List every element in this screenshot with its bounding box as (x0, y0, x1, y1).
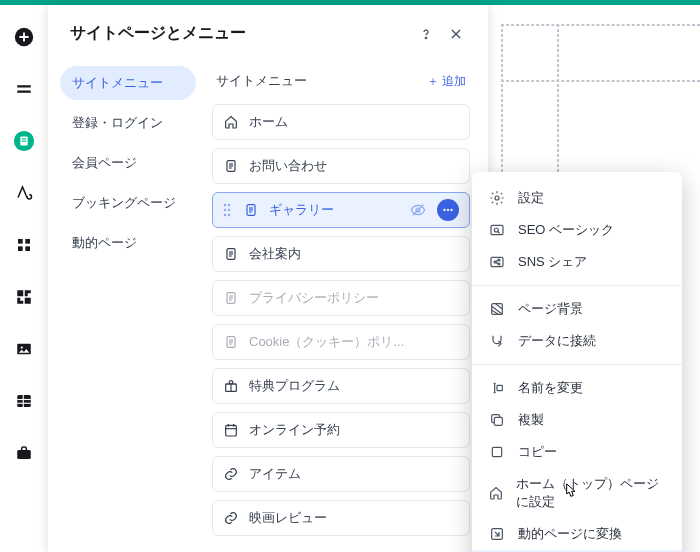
svg-rect-9 (18, 246, 23, 251)
svg-point-48 (228, 209, 230, 211)
ctx-seo[interactable]: SEO ベーシック (472, 214, 682, 246)
addons-icon[interactable] (12, 285, 36, 309)
close-icon[interactable] (446, 24, 466, 44)
page-label: 映画レビュー (249, 509, 459, 527)
add-icon[interactable] (12, 25, 36, 49)
ctx-label: 動的ページに変換 (518, 525, 622, 543)
ctx-rename[interactable]: 名前を変更 (472, 372, 682, 404)
bg-icon (488, 300, 506, 318)
ctx-dup[interactable]: 複製 (472, 404, 682, 436)
page-icon (223, 334, 239, 350)
page-label: お問い合わせ (249, 157, 459, 175)
ctx-dyn[interactable]: 動的ページに変換 (472, 518, 682, 550)
svg-rect-10 (25, 246, 30, 251)
side-nav: サイトメニュー登録・ログイン会員ページブッキングページ動的ページ (48, 58, 208, 536)
svg-point-18 (425, 37, 426, 38)
rename-icon (488, 379, 506, 397)
page-item[interactable]: 会社案内 (212, 236, 470, 272)
svg-rect-124 (226, 425, 237, 436)
pages-icon[interactable] (12, 129, 36, 153)
page-item[interactable]: 特典プログラム (212, 368, 470, 404)
design-icon[interactable] (12, 181, 36, 205)
ctx-gear[interactable]: 設定 (472, 182, 682, 214)
page-item[interactable]: お問い合わせ (212, 148, 470, 184)
more-actions-button[interactable] (437, 199, 459, 221)
home-icon (223, 114, 239, 130)
gift-icon (223, 378, 239, 394)
page-item[interactable]: ギャラリー (212, 192, 470, 228)
svg-rect-168 (492, 447, 501, 456)
seo-icon (488, 221, 506, 239)
page-item[interactable]: 映画レビュー (212, 500, 470, 536)
svg-rect-166 (497, 385, 502, 390)
page-icon (223, 290, 239, 306)
sidebar-item[interactable]: ブッキングページ (60, 186, 196, 220)
svg-rect-17 (17, 450, 31, 459)
page-item[interactable]: Cookie（クッキー）ポリ... (212, 324, 470, 360)
share-icon (488, 253, 506, 271)
ctx-copy[interactable]: コピー (472, 436, 682, 468)
ctx-share[interactable]: SNS シェア (472, 246, 682, 278)
ctx-label: 名前を変更 (518, 379, 583, 397)
page-item[interactable]: アイテム (212, 456, 470, 492)
svg-rect-1 (17, 85, 31, 87)
link-icon (223, 466, 239, 482)
svg-point-47 (224, 209, 226, 211)
svg-rect-13 (17, 395, 31, 407)
page-label: オンライン予約 (249, 421, 459, 439)
page-label: プライバシーポリシー (249, 289, 459, 307)
panel-title: サイトページとメニュー (70, 23, 406, 44)
sidebar-item[interactable]: サイトメニュー (60, 66, 196, 100)
cursor-pointer-icon (560, 482, 580, 504)
svg-rect-2 (17, 91, 31, 93)
apps-icon[interactable] (12, 233, 36, 257)
add-page-button[interactable]: ＋ 追加 (427, 73, 466, 90)
sidebar-item[interactable]: 登録・ログイン (60, 106, 196, 140)
data-icon[interactable] (12, 389, 36, 413)
ctx-bg[interactable]: ページ背景 (472, 293, 682, 325)
cal-icon (223, 422, 239, 438)
svg-point-50 (228, 214, 230, 216)
section-heading: サイトメニュー (216, 72, 427, 90)
page-icon (223, 246, 239, 262)
ctx-data[interactable]: データに接続 (472, 325, 682, 357)
svg-rect-7 (18, 239, 23, 244)
page-item[interactable]: オンライン予約 (212, 412, 470, 448)
home-icon (488, 484, 504, 502)
page-list: ホームお問い合わせギャラリー会社案内プライバシーポリシーCookie（クッキー）… (212, 104, 470, 536)
pages-panel: サイトページとメニュー サイトメニュー登録・ログイン会員ページブッキングページ動… (48, 5, 488, 552)
media-icon[interactable] (12, 337, 36, 361)
page-icon (223, 158, 239, 174)
ctx-label: 設定 (518, 189, 544, 207)
data-icon (488, 332, 506, 350)
business-icon[interactable] (12, 441, 36, 465)
sidebar-item[interactable]: 動的ページ (60, 226, 196, 260)
page-label: アイテム (249, 465, 459, 483)
dup-icon (488, 411, 506, 429)
svg-point-57 (443, 209, 445, 211)
page-item[interactable]: ホーム (212, 104, 470, 140)
help-icon[interactable] (416, 24, 436, 44)
svg-point-58 (447, 209, 449, 211)
ctx-label: コピー (518, 443, 557, 461)
drag-handle-icon[interactable] (223, 203, 233, 217)
page-item[interactable]: プライバシーポリシー (212, 280, 470, 316)
svg-point-59 (450, 209, 452, 211)
svg-point-155 (495, 196, 499, 200)
gear-icon (488, 189, 506, 207)
svg-rect-167 (494, 417, 502, 425)
page-label: ホーム (249, 113, 459, 131)
svg-point-12 (21, 346, 23, 348)
svg-rect-5 (22, 138, 27, 139)
page-label: Cookie（クッキー）ポリ... (249, 333, 459, 351)
sidebar-item[interactable]: 会員ページ (60, 146, 196, 180)
visibility-icon[interactable] (409, 201, 427, 219)
ctx-label: SNS シェア (518, 253, 587, 271)
ctx-label: 複製 (518, 411, 544, 429)
svg-rect-156 (491, 225, 503, 234)
svg-line-158 (498, 232, 500, 234)
svg-point-45 (224, 204, 226, 206)
svg-point-157 (494, 228, 498, 232)
svg-point-46 (228, 204, 230, 206)
layers-icon[interactable] (12, 77, 36, 101)
